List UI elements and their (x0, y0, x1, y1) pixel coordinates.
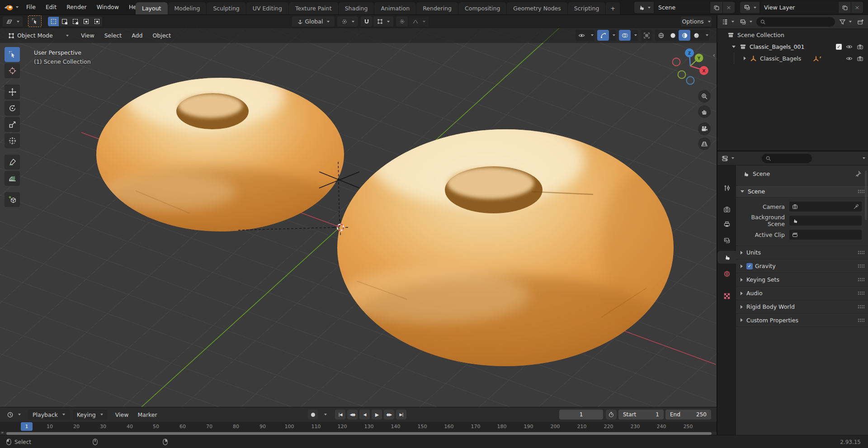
view-layer-name-field[interactable]: View Layer (760, 2, 839, 13)
axis-neg-x-ball[interactable] (673, 58, 680, 66)
tab-view-layer[interactable] (717, 234, 736, 247)
timeline-editor-type-button[interactable] (3, 410, 25, 420)
panel-custom-properties[interactable]: Custom Properties (736, 313, 868, 327)
view-layer-new-button[interactable] (839, 2, 851, 13)
tab-geometry-nodes[interactable]: Geometry Nodes (507, 2, 567, 14)
drag-handle[interactable] (858, 305, 864, 309)
tab-sculpting[interactable]: Sculpting (207, 2, 245, 14)
properties-editor-type-button[interactable] (720, 153, 736, 163)
viewport-menu-select[interactable]: Select (99, 32, 127, 39)
scene-panel-header[interactable]: Scene (736, 185, 868, 198)
properties-options-dropdown[interactable] (863, 157, 865, 159)
select-mode-new-button[interactable] (48, 17, 59, 26)
tab-texture-paint[interactable]: Texture Paint (289, 2, 338, 14)
tool-transform[interactable] (5, 133, 20, 148)
toggle-perspective-button[interactable] (698, 137, 711, 150)
tool-cursor[interactable] (5, 63, 20, 78)
previous-keyframe-button[interactable]: ◀◆ (347, 410, 358, 420)
shading-material-button[interactable] (679, 30, 690, 41)
tab-tool[interactable] (717, 182, 736, 194)
tool-scale[interactable] (5, 117, 20, 132)
select-mode-subtract-button[interactable] (70, 17, 80, 26)
properties-scrollbar[interactable] (865, 170, 867, 220)
editor-type-button[interactable] (3, 16, 23, 27)
viewport-menu-add[interactable]: Add (127, 32, 147, 39)
drag-handle[interactable] (858, 250, 864, 255)
show-overlays-toggle[interactable] (619, 30, 631, 41)
play-button[interactable]: ▶ (372, 410, 382, 420)
camera-field[interactable] (789, 202, 862, 212)
timeline-expand-arrow[interactable]: » (1, 430, 4, 435)
disclosure-open-icon[interactable] (732, 46, 736, 48)
auto-keying-dropdown[interactable] (320, 410, 329, 420)
gravity-checkbox[interactable]: ✓ (746, 263, 753, 269)
navigation-gizmo[interactable]: Z Y X (669, 48, 714, 93)
new-collection-button[interactable] (856, 17, 865, 27)
tab-uv-editing[interactable]: UV Editing (246, 2, 288, 14)
drag-handle[interactable] (858, 264, 864, 268)
tool-move[interactable] (5, 85, 20, 99)
outliner-row-classic-bagels[interactable]: Classic_Bagels ’ (717, 52, 868, 64)
tab-output[interactable] (717, 218, 736, 231)
mode-dropdown[interactable]: Object Mode (5, 30, 72, 41)
zoom-view-button[interactable] (698, 90, 711, 103)
scene-browse-button[interactable] (634, 2, 654, 13)
camera-view-button[interactable] (698, 123, 711, 135)
active-clip-field[interactable] (789, 230, 862, 240)
drag-handle[interactable] (858, 189, 864, 193)
select-mode-extend-button[interactable] (59, 17, 70, 26)
tool-select-box[interactable] (5, 47, 20, 62)
tab-scene[interactable] (717, 251, 736, 264)
axis-neg-z-ball[interactable] (687, 77, 694, 85)
tab-compositing[interactable]: Compositing (458, 2, 506, 14)
proportional-edit-toggle[interactable] (396, 16, 408, 27)
overlays-dropdown[interactable] (631, 34, 638, 36)
drag-handle[interactable] (858, 318, 864, 322)
camera-icon[interactable] (857, 55, 863, 62)
tool-annotate[interactable] (5, 155, 20, 170)
shading-rendered-button[interactable] (690, 30, 702, 41)
pivot-point-dropdown[interactable] (337, 16, 358, 27)
camera-icon[interactable] (857, 43, 863, 50)
sidebar-collapse-arrow[interactable]: ‹ (712, 52, 715, 59)
bagel-object-left[interactable] (96, 62, 344, 242)
jump-to-start-button[interactable]: |◀ (335, 410, 345, 420)
tool-add-cube[interactable] (5, 192, 20, 207)
visibility-dropdown[interactable] (576, 30, 594, 41)
panel-keying-sets[interactable]: Keying Sets (736, 273, 868, 286)
viewport-menu-view[interactable]: View (76, 32, 99, 39)
tab-layout[interactable]: Layout (136, 2, 168, 14)
use-preview-range-button[interactable] (606, 410, 617, 420)
tool-rotate[interactable] (5, 101, 20, 116)
properties-search-input[interactable] (762, 154, 812, 163)
scene-name-field[interactable]: Scene (654, 2, 710, 13)
shading-dropdown[interactable] (702, 34, 709, 36)
pan-view-button[interactable] (698, 105, 711, 118)
jump-to-end-button[interactable]: ▶| (396, 410, 406, 420)
playback-menu[interactable]: Playback (28, 410, 69, 420)
blender-menu-button[interactable] (0, 0, 21, 14)
timeline-ruler[interactable]: 1 10 20 30 40 50 60 70 80 90 100 110 120… (0, 422, 717, 432)
snap-toggle-button[interactable] (361, 16, 373, 27)
menu-window[interactable]: Window (92, 0, 124, 14)
transform-orientation-dropdown[interactable]: Global (292, 16, 335, 27)
panel-units[interactable]: Units (736, 245, 868, 259)
show-gizmo-toggle[interactable] (597, 30, 609, 41)
next-keyframe-button[interactable]: ◆▶ (384, 410, 394, 420)
outliner-search-input[interactable] (756, 17, 835, 27)
proportional-falloff-dropdown[interactable] (409, 16, 429, 27)
options-dropdown[interactable]: Options (681, 16, 712, 27)
bagel-object-right[interactable] (337, 114, 687, 380)
play-reverse-button[interactable]: ◀ (359, 410, 370, 420)
scene-new-button[interactable] (710, 2, 723, 13)
outliner-filter-dropdown[interactable] (838, 17, 853, 27)
eyedropper-icon[interactable] (853, 204, 859, 210)
shading-solid-button[interactable] (667, 30, 679, 41)
collection-checkbox[interactable]: ✓ (836, 44, 842, 50)
pin-icon[interactable] (855, 170, 862, 177)
drag-handle[interactable] (858, 278, 864, 282)
outliner-filter-id-dropdown[interactable] (738, 17, 754, 27)
frame-end-field[interactable]: End 250 (665, 410, 711, 420)
timeline-menu-marker[interactable]: Marker (133, 411, 161, 418)
snap-target-dropdown[interactable] (373, 16, 393, 27)
